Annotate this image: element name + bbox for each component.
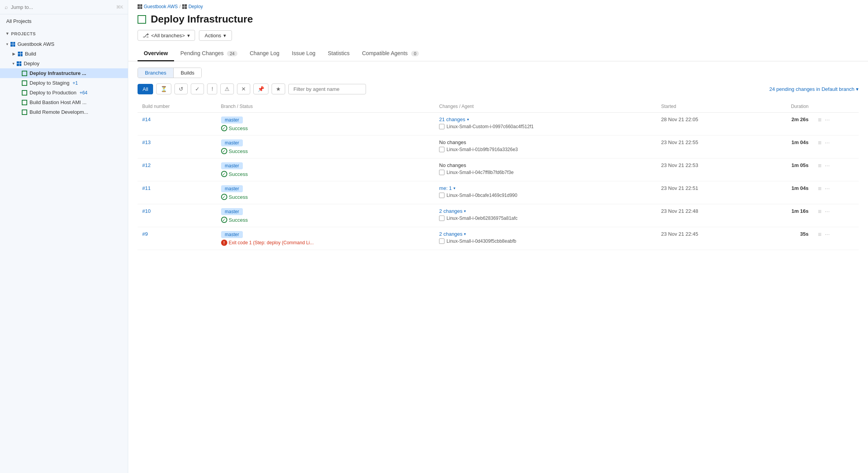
branch-badge: master	[221, 117, 243, 123]
row-action-layers-icon[interactable]: ≡	[818, 117, 821, 123]
deploy-staging-icon	[22, 80, 27, 86]
sidebar-item-remote[interactable]: Build Remote Developm...	[0, 107, 128, 117]
deploy-prod-icon	[22, 90, 27, 96]
sidebar-item-deploy-production[interactable]: Deploy to Production +64	[0, 88, 128, 97]
breadcrumb-section-link[interactable]: Deploy	[188, 4, 203, 9]
row-action-layers-icon[interactable]: ≡	[818, 139, 821, 146]
row-action-more-icon[interactable]: ···	[824, 208, 830, 215]
build-chevron: ▶	[12, 52, 16, 56]
deploy-infra-label: Deploy Infrastructure ...	[30, 70, 86, 76]
actions-label: Actions	[205, 33, 221, 38]
row-actions: ≡ ···	[818, 117, 854, 123]
filter-queued-button[interactable]: ⏳	[156, 83, 171, 94]
col-actions	[813, 101, 859, 113]
branches-view-button[interactable]: Branches	[138, 68, 173, 78]
branch-badge: master	[221, 231, 243, 238]
filter-cancelled-button[interactable]: ✕	[237, 83, 250, 94]
remote-label: Build Remote Developm...	[30, 109, 88, 115]
sidebar-item-deploy[interactable]: ▾ Deploy	[0, 59, 128, 68]
duration: 1m 05s	[791, 162, 809, 168]
row-action-layers-icon[interactable]: ≡	[818, 231, 821, 238]
changes-link[interactable]: 2 changes ▾	[439, 231, 652, 237]
tab-compatible-agents[interactable]: Compatible Agents 0	[356, 46, 425, 61]
sidebar-search-container[interactable]: ⌕ ⌘K	[0, 0, 128, 14]
agent-name: Linux-Small-i-0eb62836975a81afc	[446, 216, 518, 221]
agent-name: Linux-Small-i-01b9fb7916a3326e3	[446, 147, 518, 152]
filter-all-button[interactable]: All	[138, 84, 153, 94]
success-icon: ✓	[221, 194, 227, 200]
table-row: #12 master ✓ Success No changes Linux-Sm…	[138, 158, 859, 181]
status-badge: ✓ Success	[221, 194, 430, 200]
build-number[interactable]: #9	[142, 231, 148, 237]
builds-view-button[interactable]: Builds	[173, 68, 201, 78]
deploy-chevron: ▾	[12, 61, 14, 66]
sidebar: ⌕ ⌘K All Projects ▾ PROJECTS ▾ Guestbook…	[0, 0, 128, 473]
error-icon: !	[221, 240, 227, 246]
sidebar-item-bastion[interactable]: Build Bastion Host AMI ...	[0, 97, 128, 107]
started-time: 28 Nov 21 22:05	[661, 117, 698, 122]
tab-pending-changes[interactable]: Pending Changes 24	[174, 46, 243, 61]
filter-pinned-button[interactable]: 📌	[253, 83, 268, 94]
sidebar-item-deploy-infrastructure[interactable]: Deploy Infrastructure ...	[0, 68, 128, 78]
main-content: Guestbook AWS / Deploy Deploy Infrastruc…	[128, 0, 868, 473]
breadcrumb-sep1: /	[180, 4, 181, 9]
page-title: Deploy Infrastructure	[151, 13, 253, 25]
deploy-staging-badge: +1	[73, 80, 78, 86]
no-changes-label: No changes	[439, 162, 652, 168]
agent-info: Linux-Small-Custom-i-0997c660ac4f512f1	[439, 124, 652, 129]
search-input[interactable]	[11, 4, 113, 10]
row-action-more-icon[interactable]: ···	[824, 185, 830, 192]
duration: 1m 16s	[791, 208, 809, 214]
build-number[interactable]: #13	[142, 139, 151, 145]
pending-changes-link[interactable]: 24 pending changes in Default branch ▾	[769, 86, 859, 92]
branch-selector[interactable]: ⎇ <All branches> ▾	[138, 30, 195, 41]
changes-chevron-icon: ▾	[464, 209, 466, 213]
row-action-layers-icon[interactable]: ≡	[818, 185, 821, 192]
table-row: #10 master ✓ Success 2 changes ▾ Linux-S…	[138, 204, 859, 227]
filter-failed-button[interactable]: !	[207, 83, 217, 94]
row-action-more-icon[interactable]: ···	[824, 231, 830, 238]
started-time: 23 Nov 21 22:55	[661, 139, 698, 145]
changes-link[interactable]: 2 changes ▾	[439, 208, 652, 214]
build-number[interactable]: #12	[142, 162, 151, 168]
search-icon: ⌕	[5, 4, 8, 10]
build-number[interactable]: #10	[142, 208, 151, 214]
agent-info: Linux-Small-i-0d4309f5cbb8eabfb	[439, 238, 652, 244]
sidebar-item-guestbook-aws[interactable]: ▾ Guestbook AWS	[0, 39, 128, 49]
tab-issue-log[interactable]: Issue Log	[286, 46, 322, 61]
collapse-chevron: ▾	[6, 42, 8, 46]
actions-button[interactable]: Actions ▾	[199, 30, 232, 41]
status-badge: ! Exit code 1 (Step: deploy (Command Li.…	[221, 240, 430, 246]
build-number[interactable]: #11	[142, 185, 151, 191]
deploy-prod-badge: +64	[80, 90, 87, 96]
table-row: #13 master ✓ Success No changes Linux-Sm…	[138, 136, 859, 158]
row-action-more-icon[interactable]: ···	[824, 139, 830, 146]
agent-icon	[439, 170, 444, 175]
tab-statistics[interactable]: Statistics	[322, 46, 356, 61]
tab-overview[interactable]: Overview	[138, 46, 174, 61]
filter-starred-button[interactable]: ★	[272, 83, 285, 94]
branch-icon: ⎇	[143, 32, 149, 38]
filter-warning-button[interactable]: ⚠	[220, 83, 234, 94]
breadcrumb-grid-icon2	[182, 4, 187, 9]
agent-filter-input[interactable]	[288, 84, 366, 94]
sidebar-item-build[interactable]: ▶ Build	[0, 49, 128, 59]
breadcrumb-project-link[interactable]: Guestbook AWS	[144, 4, 178, 9]
filter-running-button[interactable]: ↺	[174, 83, 188, 94]
changes-link[interactable]: me: 1 ▾	[439, 185, 652, 191]
row-action-more-icon[interactable]: ···	[824, 117, 830, 123]
all-projects-link[interactable]: All Projects	[0, 14, 128, 28]
filter-success-button[interactable]: ✓	[191, 83, 204, 94]
view-toggle: Branches Builds	[138, 68, 202, 78]
row-action-layers-icon[interactable]: ≡	[818, 162, 821, 169]
tab-change-log[interactable]: Change Log	[244, 46, 286, 61]
bastion-icon	[22, 100, 27, 105]
changes-link[interactable]: 21 changes ▾	[439, 117, 652, 122]
row-action-layers-icon[interactable]: ≡	[818, 208, 821, 215]
content-area: Branches Builds All ⏳ ↺ ✓ ! ⚠ ✕ 📌 ★ 24 p…	[128, 61, 868, 473]
build-number[interactable]: #14	[142, 117, 151, 122]
sidebar-item-deploy-staging[interactable]: Deploy to Staging +1	[0, 78, 128, 88]
row-action-more-icon[interactable]: ···	[824, 162, 830, 169]
deploy-label: Deploy	[24, 61, 39, 66]
pending-changes-chevron-icon: ▾	[856, 86, 859, 92]
